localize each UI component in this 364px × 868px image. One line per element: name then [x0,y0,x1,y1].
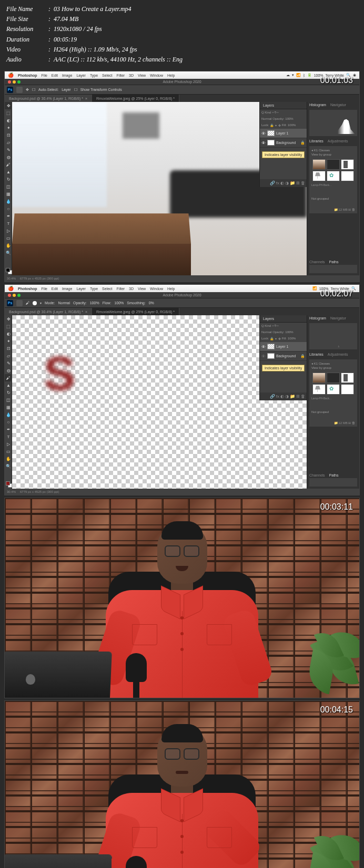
menu-filter[interactable]: Filter [117,74,125,77]
visibility-toggle[interactable]: 👁 [261,131,266,136]
folder-icon[interactable]: 📁 [290,181,295,185]
siri-icon[interactable]: ◉ [353,73,356,77]
menu-image[interactable]: Image [62,287,72,291]
frame-tool[interactable]: ▱ [5,352,12,359]
menu-type[interactable]: Type [90,287,98,291]
brush-tool[interactable]: 🖌 [5,161,12,168]
layer-row[interactable]: 👁 Background 🔒 [260,138,307,148]
move-tool[interactable]: ✥ [5,102,12,109]
opacity-input[interactable]: 100% [90,301,99,305]
blur-tool[interactable]: 💧 [5,411,12,418]
navigator-tab[interactable]: Navigator [328,315,348,321]
fx-icon[interactable]: fx [276,181,279,185]
library-item[interactable] [327,373,340,383]
healing-tool[interactable]: ◍ [5,153,12,161]
trash-icon[interactable]: 🗑 [301,394,305,399]
layer-name[interactable]: Layer 1 [276,131,288,135]
pen-tool[interactable]: ✒ [5,426,12,433]
minimize-window-button[interactable] [13,80,16,84]
path-tool[interactable]: ▷ [5,227,12,234]
layers-panel-tab[interactable]: Layers [260,315,307,323]
menu-view[interactable]: View [138,74,146,77]
menu-type[interactable]: Type [90,74,98,77]
menu-help[interactable]: Help [167,287,175,291]
menu-image[interactable]: Image [62,74,72,77]
marquee-tool[interactable]: ⬚ [5,323,12,330]
maximize-window-button[interactable] [17,294,21,297]
apple-icon[interactable]: 🍎 [8,286,14,291]
fill-input[interactable]: 100% [288,123,296,127]
menu-select[interactable]: Select [102,74,112,77]
eyedropper-tool[interactable]: ✎ [5,359,12,367]
doc-tab-2[interactable]: RmoviaWelome.jpeg @ 25% (Layer 0, RGB/8)… [92,95,179,102]
visibility-toggle[interactable]: 👁 [261,354,266,358]
layer-thumbnail[interactable] [267,344,275,349]
view-by-dropdown[interactable]: View by group [311,153,355,156]
layer-name[interactable]: Layer 1 [276,345,288,348]
library-item[interactable] [312,373,326,383]
library-item[interactable] [341,373,354,383]
dropbox-icon[interactable]: ▾ [292,73,294,77]
view-by-dropdown[interactable]: View by group [311,366,355,369]
zoom-level[interactable]: 30.4% [7,277,16,280]
shape-tool[interactable]: ▭ [5,234,12,242]
zoom-level[interactable]: 30.4% [7,490,16,493]
blend-mode-dropdown[interactable]: Normal [261,330,271,334]
menu-window[interactable]: Window [150,287,163,291]
library-item[interactable] [327,384,340,395]
dodge-tool[interactable]: ○ [5,418,12,426]
new-layer-icon[interactable]: ⊞ [296,394,300,399]
library-item[interactable] [327,171,340,181]
canvas[interactable]: S Layers Q Kind▫▫T▫▫ Normal Opacity: 100… [12,315,307,489]
folder-icon[interactable]: 📁 [290,394,295,399]
app-name[interactable]: Photoshop [18,74,37,77]
cloud-icon[interactable]: ☁ [286,73,290,77]
brush-tool[interactable]: 🖌 [5,374,12,381]
doc-tab-2[interactable]: RmoviaWelome.jpeg @ 25% (Layer 0, RGB/8)… [92,308,179,315]
library-item[interactable] [341,384,354,395]
adjustment-icon[interactable]: ◑ [285,181,289,185]
zoom-tool[interactable]: 🔍 [5,462,12,470]
color-swatches[interactable] [5,267,12,275]
show-transform-checkbox[interactable]: Show Transform Controls [80,88,122,91]
history-brush-tool[interactable]: ↻ [5,175,12,183]
path-tool[interactable]: ▷ [5,440,12,448]
wifi-icon[interactable]: 📶 [312,286,317,291]
doc-tab-1[interactable]: Background.psd @ 30.4% (Layer 1, RGB/8) … [5,308,92,315]
histogram-tab[interactable]: Histogram [307,315,328,321]
layer-row[interactable]: 👁 Layer 1 [260,129,307,138]
wand-tool[interactable]: ✦ [5,124,12,131]
channels-tab[interactable]: Channels [307,259,327,265]
layer-thumbnail[interactable] [267,130,275,136]
stamp-tool[interactable]: ▲ [5,381,12,389]
color-swatches[interactable] [5,480,12,489]
smoothing-input[interactable]: 0% [149,301,154,305]
apple-icon[interactable]: 🍎 [8,73,14,78]
minimize-window-button[interactable] [13,294,16,297]
zoom-tool[interactable]: 🔍 [5,249,12,256]
mask-icon[interactable]: ◐ [280,394,284,399]
histogram-tab[interactable]: Histogram [307,102,328,108]
home-icon[interactable] [16,87,23,93]
layer-row[interactable]: 👁 Layer 1 [260,342,307,352]
type-tool[interactable]: T [5,433,12,440]
hand-tool[interactable]: ✋ [5,455,12,462]
menu-edit[interactable]: Edit [52,74,58,77]
menu-view[interactable]: View [138,287,146,291]
close-window-button[interactable] [8,80,11,84]
layer-name[interactable]: Background [276,354,296,358]
new-layer-icon[interactable]: ⊞ [296,181,300,185]
visibility-toggle[interactable]: 👁 [261,345,266,349]
library-item[interactable] [312,384,326,395]
adjustments-tab[interactable]: Adjustments [326,352,350,357]
link-layers-icon[interactable]: 🔗 [270,181,275,185]
eyedropper-tool[interactable]: ✎ [5,146,12,153]
menu-help[interactable]: Help [167,74,175,77]
type-tool[interactable]: T [5,220,12,227]
pen-tool[interactable]: ✒ [5,212,12,220]
menu-layer[interactable]: Layer [76,74,86,77]
app-name[interactable]: Photoshop [18,287,37,291]
menu-filter[interactable]: Filter [117,287,125,291]
gradient-tool[interactable]: ▦ [5,404,12,411]
layer-row[interactable]: 👁 Background 🔒 [260,352,307,361]
